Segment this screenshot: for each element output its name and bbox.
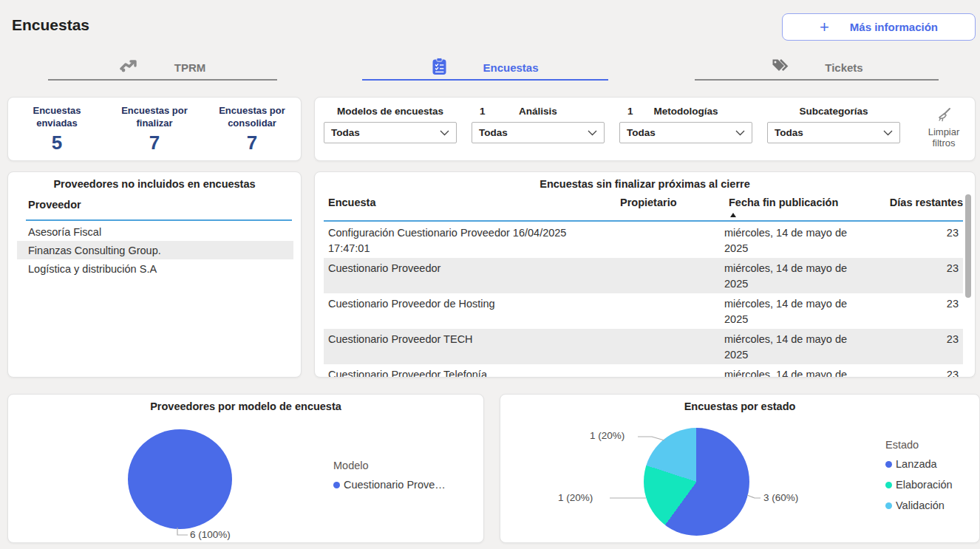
chevron-down-icon (588, 130, 597, 136)
cell-fecha-fin: miércoles, 14 de mayo de 2025 (724, 261, 861, 293)
filter-group-analisis: 1 Análisis Todas (472, 98, 605, 162)
pie-chart[interactable] (128, 429, 232, 529)
chart-encuestas-por-estado: Encuestas por estado 1 (20%) 1 (20%) 3 (… (500, 394, 980, 543)
kpi-encuestas-por-consolidar: Encuestas por consolidar 7 (203, 98, 301, 160)
surveys-table-header: Encuesta Propietario Fecha fin publicaci… (328, 197, 963, 208)
cell-encuesta: Cuestionario Proveedor de Hosting (324, 296, 616, 329)
column-header-encuesta[interactable]: Encuesta (328, 197, 620, 208)
chart-title: Proveedores por modelo de encuesta (8, 400, 483, 412)
clear-filters-label: filtros (932, 137, 955, 149)
cell-dias-restantes: 23 (861, 296, 959, 329)
column-header-proveedor[interactable]: Proveedor (28, 199, 81, 211)
filter-selected-value: Todas (768, 127, 883, 138)
chevron-down-icon (735, 130, 745, 136)
cell-fecha-fin: miércoles, 14 de mayo de 2025 (724, 367, 861, 378)
kpi-card: Encuestas enviadas 5 Encuestas por final… (7, 97, 302, 161)
clipboard-checklist-icon (432, 58, 447, 78)
legend-item-validacion[interactable]: Validación (885, 499, 953, 511)
legend-item-lanzada[interactable]: Lanzada (885, 458, 953, 470)
chart-legend: Modelo Cuestionario Prove… (333, 460, 446, 499)
pie-data-label: 3 (60%) (763, 492, 798, 503)
surveys-table-card: Encuestas sin finalizar próximas al cier… (314, 171, 976, 378)
column-header-propietario[interactable]: Propietario (620, 197, 729, 208)
cell-propietario (616, 225, 724, 258)
chevron-down-icon (440, 130, 449, 136)
legend-dot-icon (885, 502, 892, 509)
column-header-fecha-fin[interactable]: Fecha fin publicación (729, 197, 865, 208)
tab-tprm-label: TPRM (174, 61, 206, 74)
pie-data-label: 1 (20%) (590, 430, 625, 441)
chevron-down-icon (883, 130, 893, 136)
legend-label: Lanzada (896, 458, 937, 470)
legend-item[interactable]: Cuestionario Prove… (333, 479, 446, 491)
kpi-value: 7 (149, 132, 160, 154)
more-info-button[interactable]: + Más información (782, 13, 976, 41)
header-underline (324, 220, 963, 222)
cell-encuesta: Configuración Cuestionario Proveedor 16/… (324, 225, 616, 258)
table-row[interactable]: Cuestionario Proveedor de Hosting miérco… (324, 293, 963, 329)
providers-rows: Asesoría Fiscal Finanzas Consulting Grou… (17, 222, 293, 278)
table-row[interactable]: Cuestionario Proveedor TECH miércoles, 1… (324, 329, 963, 364)
pie-data-label: 6 (100%) (190, 529, 231, 540)
pie-chart[interactable] (644, 428, 749, 536)
filter-selected-value: Todas (620, 127, 735, 138)
handshake-icon (120, 59, 139, 77)
filter-dropdown-metodologias[interactable]: Todas (619, 122, 752, 143)
kpi-encuestas-enviadas: Encuestas enviadas 5 (8, 98, 106, 160)
tab-tprm[interactable]: TPRM (48, 56, 277, 81)
table-row[interactable]: Logística y distribución S.A (17, 259, 293, 278)
legend-label: Validación (896, 499, 945, 511)
surveys-table-title: Encuestas sin finalizar próximas al cier… (315, 178, 975, 190)
cell-fecha-fin: miércoles, 14 de mayo de 2025 (724, 296, 861, 329)
filter-group-modelos: Modelos de encuestas Todas (324, 98, 457, 162)
cell-encuesta: Cuestionario Proveedor TECH (324, 332, 616, 364)
table-row[interactable]: Configuración Cuestionario Proveedor 16/… (324, 222, 963, 258)
clear-filters-button[interactable]: Limpiar filtros (919, 106, 968, 154)
chart-title: Encuestas por estado (500, 400, 979, 412)
filter-bar: Modelos de encuestas Todas 1 Análisis To… (314, 97, 976, 161)
cell-propietario (616, 332, 724, 364)
legend-title: Modelo (333, 460, 446, 471)
more-info-label: Más información (850, 21, 938, 33)
filter-group-subcategorias: Subcategorías Todas (767, 98, 900, 162)
clear-filters-label: Limpiar (928, 126, 960, 137)
table-row[interactable]: Cuestionario Proveedor miércoles, 14 de … (324, 258, 963, 293)
filter-dropdown-analisis[interactable]: Todas (472, 122, 605, 143)
tab-tickets[interactable]: Tickets (695, 56, 939, 81)
column-header-dias-restantes[interactable]: Días restantes (865, 197, 963, 208)
tab-encuestas-label: Encuestas (483, 61, 538, 74)
chart-legend: Estado Lanzada Elaboración Validación (885, 439, 953, 520)
legend-item-elaboracion[interactable]: Elaboración (885, 479, 953, 491)
filter-label: Subcategorías (767, 106, 900, 117)
header-underline (26, 219, 292, 221)
table-scrollbar[interactable] (965, 194, 971, 298)
kpi-encuestas-por-finalizar: Encuestas por finalizar 7 (106, 98, 203, 160)
cell-dias-restantes: 23 (861, 225, 959, 258)
tab-encuestas[interactable]: Encuestas (362, 56, 608, 81)
filter-group-metodologias: 1 Metodologías Todas (619, 98, 752, 162)
cell-fecha-fin: miércoles, 14 de mayo de 2025 (724, 225, 861, 258)
kpi-label: Encuestas por consolidar (211, 105, 293, 130)
cell-fecha-fin: miércoles, 14 de mayo de 2025 (724, 332, 861, 364)
kpi-label: Encuestas enviadas (16, 105, 98, 130)
cell-encuesta: Cuestionario Proveedor (324, 261, 616, 293)
legend-label: Elaboración (896, 479, 953, 491)
cell-propietario (616, 296, 724, 329)
plus-icon: + (820, 20, 829, 35)
filter-label: Metodologías (619, 106, 752, 117)
table-row[interactable]: Asesoría Fiscal (17, 222, 293, 241)
filter-dropdown-subcategorias[interactable]: Todas (767, 122, 900, 143)
filter-selected-value: Todas (324, 127, 440, 138)
tab-tickets-label: Tickets (825, 61, 862, 74)
filter-label: Análisis (472, 106, 605, 117)
legend-dot-icon (885, 461, 892, 468)
table-row[interactable]: Finanzas Consulting Group. (17, 241, 293, 259)
broom-icon (935, 106, 953, 126)
cell-dias-restantes: 23 (861, 367, 959, 378)
legend-dot-icon (885, 482, 892, 488)
table-row[interactable]: Cuestionario Proveedor Telefonía miércol… (324, 364, 963, 378)
filter-dropdown-modelos[interactable]: Todas (324, 122, 457, 143)
cell-dias-restantes: 23 (861, 261, 959, 293)
sort-ascending-icon (730, 213, 736, 217)
kpi-value: 5 (52, 132, 62, 154)
